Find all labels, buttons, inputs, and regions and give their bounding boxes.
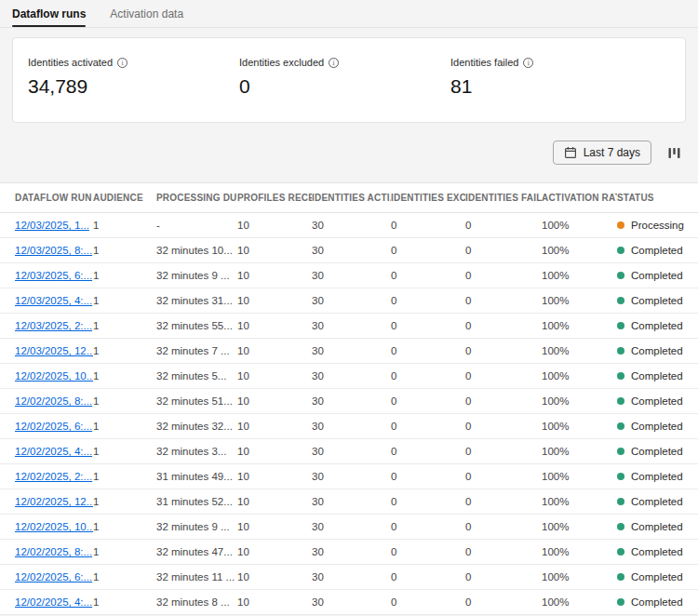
date-range-label: Last 7 days bbox=[584, 146, 640, 159]
date-range-button[interactable]: Last 7 days bbox=[553, 141, 651, 165]
status-cell: Completed bbox=[617, 521, 698, 532]
status-dot bbox=[617, 598, 624, 606]
audience-cell: 1 bbox=[93, 571, 156, 583]
failed-cell: 0 bbox=[465, 370, 542, 382]
duration-cell: 32 minutes 5... bbox=[156, 370, 237, 382]
status-label: Completed bbox=[631, 546, 683, 557]
rate-cell: 100% bbox=[542, 270, 617, 281]
info-icon[interactable]: i bbox=[329, 58, 339, 68]
status-label: Completed bbox=[631, 421, 683, 432]
status-label: Completed bbox=[631, 395, 683, 407]
status-label: Completed bbox=[631, 571, 683, 583]
profiles-cell: 10 bbox=[237, 421, 312, 432]
status-label: Completed bbox=[631, 446, 683, 457]
dataflow-run-link[interactable]: 12/03/2025, 6:... bbox=[15, 270, 92, 281]
dataflow-run-link[interactable]: 12/03/2025, 2:... bbox=[15, 320, 92, 331]
column-header[interactable]: IDENTITIES FAILED bbox=[465, 193, 542, 203]
metric-label: Identities failed bbox=[450, 57, 518, 68]
audience-cell: 1 bbox=[93, 521, 156, 532]
status-cell: Completed bbox=[617, 270, 698, 281]
duration-cell: 32 minutes 8 ... bbox=[156, 596, 237, 608]
column-header[interactable]: IDENTITIES ACTI... bbox=[312, 193, 391, 203]
profiles-cell: 10 bbox=[237, 546, 312, 557]
dataflow-run-link[interactable]: 12/03/2025, 4:... bbox=[15, 295, 92, 306]
column-header[interactable]: AUDIENCE bbox=[93, 193, 156, 203]
dataflow-run-link[interactable]: 12/02/2025, 10... bbox=[15, 370, 93, 382]
tab-activation-data[interactable]: Activation data bbox=[110, 0, 183, 27]
toolbar: Last 7 days bbox=[0, 123, 698, 182]
dataflow-run-link[interactable]: 12/02/2025, 2:... bbox=[15, 471, 92, 482]
failed-cell: 0 bbox=[465, 446, 542, 457]
column-header[interactable]: ACTIVATION RATE bbox=[542, 193, 617, 203]
failed-cell: 0 bbox=[465, 496, 542, 507]
column-header[interactable]: DATAFLOW RUN ... bbox=[15, 193, 93, 203]
dataflow-run-link[interactable]: 12/02/2025, 10... bbox=[15, 521, 93, 532]
audience-cell: 1 bbox=[93, 496, 156, 507]
dataflow-run-link[interactable]: 12/02/2025, 8:... bbox=[15, 395, 92, 407]
table-row: 12/03/2025, 12...132 minutes 7 ...103000… bbox=[0, 339, 698, 364]
column-settings-icon bbox=[667, 146, 681, 160]
info-icon[interactable]: i bbox=[117, 58, 128, 68]
failed-cell: 0 bbox=[465, 471, 542, 482]
rate-cell: 100% bbox=[542, 521, 617, 532]
status-cell: Completed bbox=[617, 370, 698, 382]
dataflow-run-link[interactable]: 12/03/2025, 8:... bbox=[15, 245, 92, 256]
status-dot bbox=[617, 397, 624, 405]
metric-value: 0 bbox=[239, 75, 436, 98]
rate-cell: 100% bbox=[542, 471, 617, 482]
excluded-cell: 0 bbox=[391, 320, 465, 331]
status-cell: Completed bbox=[617, 421, 698, 432]
activated-cell: 30 bbox=[312, 471, 391, 482]
duration-cell: - bbox=[156, 220, 237, 231]
status-cell: Completed bbox=[617, 245, 698, 256]
table-row: 12/02/2025, 10...132 minutes 9 ...103000… bbox=[0, 515, 698, 540]
metric-value: 34,789 bbox=[28, 75, 224, 98]
excluded-cell: 0 bbox=[391, 571, 465, 583]
excluded-cell: 0 bbox=[391, 345, 465, 356]
activated-cell: 30 bbox=[312, 521, 391, 532]
excluded-cell: 0 bbox=[391, 496, 465, 507]
activated-cell: 30 bbox=[312, 546, 391, 557]
tab-dataflow-runs[interactable]: Dataflow runs bbox=[12, 0, 86, 27]
duration-cell: 32 minutes 10... bbox=[156, 245, 237, 256]
failed-cell: 0 bbox=[465, 596, 542, 608]
rate-cell: 100% bbox=[542, 370, 617, 382]
info-icon[interactable]: i bbox=[523, 58, 533, 68]
duration-cell: 32 minutes 32... bbox=[156, 421, 237, 432]
dataflow-run-link[interactable]: 12/03/2025, 12... bbox=[15, 345, 93, 356]
dataflow-run-link[interactable]: 12/02/2025, 4:... bbox=[15, 596, 92, 608]
failed-cell: 0 bbox=[465, 546, 542, 557]
rate-cell: 100% bbox=[542, 320, 617, 331]
excluded-cell: 0 bbox=[391, 295, 465, 306]
metrics-card: Identities activated i 34,789 Identities… bbox=[12, 37, 686, 123]
activated-cell: 30 bbox=[312, 320, 391, 331]
profiles-cell: 10 bbox=[237, 295, 312, 306]
dataflow-run-link[interactable]: 12/02/2025, 8:... bbox=[15, 546, 92, 557]
column-settings-button[interactable] bbox=[663, 141, 685, 164]
audience-cell: 1 bbox=[93, 596, 156, 608]
column-header[interactable]: PROCESSING DU... bbox=[156, 193, 237, 203]
audience-cell: 1 bbox=[93, 295, 156, 306]
rate-cell: 100% bbox=[542, 596, 617, 608]
dataflow-run-link[interactable]: 12/02/2025, 6:... bbox=[15, 571, 92, 583]
dataflow-run-link[interactable]: 12/03/2025, 1... bbox=[15, 220, 89, 231]
status-cell: Completed bbox=[617, 546, 698, 557]
dataflow-run-link[interactable]: 12/02/2025, 6:... bbox=[15, 421, 92, 432]
table-row: 12/03/2025, 1...1-103000100%Processing bbox=[0, 213, 698, 238]
status-label: Completed bbox=[631, 295, 683, 306]
activated-cell: 30 bbox=[312, 245, 391, 256]
column-header[interactable]: PROFILES RECEI... bbox=[237, 193, 312, 203]
failed-cell: 0 bbox=[465, 320, 542, 331]
profiles-cell: 10 bbox=[237, 571, 312, 583]
dataflow-run-link[interactable]: 12/02/2025, 12... bbox=[15, 496, 93, 507]
excluded-cell: 0 bbox=[391, 471, 465, 482]
duration-cell: 32 minutes 7 ... bbox=[156, 345, 237, 356]
column-header[interactable]: STATUS bbox=[617, 193, 698, 203]
dataflow-run-link[interactable]: 12/02/2025, 4:... bbox=[15, 446, 92, 457]
status-dot bbox=[617, 473, 624, 480]
column-header[interactable]: IDENTITIES EXCL... bbox=[391, 193, 465, 203]
status-label: Completed bbox=[631, 521, 683, 532]
activated-cell: 30 bbox=[312, 370, 391, 382]
activated-cell: 30 bbox=[312, 571, 391, 583]
status-label: Processing bbox=[631, 220, 684, 231]
